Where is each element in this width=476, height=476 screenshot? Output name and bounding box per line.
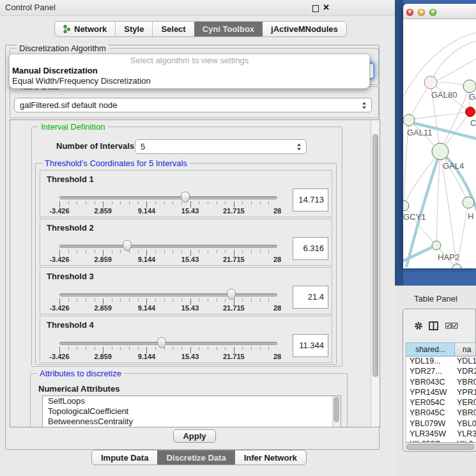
zoom-traffic-light[interactable] <box>429 9 436 16</box>
threshold-slider-track[interactable] <box>59 293 277 296</box>
cyni-toolbox-panel: Discretization Algorithm Table Data galF… <box>5 45 380 450</box>
num-intervals-value: 5 <box>141 142 145 151</box>
node-gal80 <box>424 76 437 89</box>
table-row[interactable]: YPR145WYPR1 <box>406 388 476 398</box>
node-label: GA <box>469 92 476 102</box>
tab-cyni-toolbox[interactable]: Cyni Toolbox <box>194 22 263 36</box>
threshold-frame: Threshold 3 -3.426 2.859 9.144 15.43 21.… <box>40 267 332 314</box>
table-data-group: Table Data galFiltered.sif default node <box>10 86 379 118</box>
apply-button[interactable]: Apply <box>173 429 216 443</box>
float-icon[interactable] <box>312 5 319 12</box>
table-panel-box: shared... na YDL19...YDL1 YDR27...YDR2 Y… <box>403 309 476 452</box>
table-row[interactable]: YER054CYER0 <box>406 398 476 408</box>
combo-arrows-icon <box>362 102 366 109</box>
tab-style[interactable]: Style <box>115 22 152 36</box>
tab-select[interactable]: Select <box>152 22 194 36</box>
slider-scale: -3.426 2.859 9.144 15.43 21.715 28 <box>59 207 277 215</box>
table-data-combobox[interactable]: galFiltered.sif default node <box>14 98 372 112</box>
network-canvas[interactable]: GAL80 GA GAL11 GAL4 GCY1 HAP2 C H <box>403 19 476 268</box>
node-hap2 <box>432 241 441 250</box>
node-label: GAL11 <box>407 128 433 137</box>
threshold-frame: Threshold 2 -3.426 2.859 9.144 15.43 21.… <box>40 219 332 266</box>
num-intervals-label: Number of Intervals <box>56 141 134 151</box>
dropdown-prompt[interactable]: Select algorithm to view settings <box>10 56 369 66</box>
node-label: C <box>470 118 476 128</box>
threshold-slider-track[interactable] <box>59 342 277 345</box>
threshold-label: Threshold 4 <box>47 320 94 330</box>
table-header-row: shared... na <box>406 342 476 357</box>
bottom-tabs: Impute Data Discretize Data Infer Networ… <box>91 450 307 465</box>
interval-definition-title: Interval Definition <box>38 122 107 132</box>
list-item[interactable]: TopologicalCoefficient <box>43 406 341 417</box>
threshold-frame: Threshold 4 -3.426 2.859 9.144 15.43 21.… <box>40 316 332 363</box>
tab-discretize-data[interactable]: Discretize Data <box>157 450 234 464</box>
table-panel-region: Table Panel shared... na <box>395 286 476 476</box>
column-header-name[interactable]: na <box>455 343 475 356</box>
list-item[interactable]: SelfLoops <box>43 396 341 406</box>
threshold-value-field[interactable]: 11.344 <box>293 334 328 357</box>
threshold-value-field[interactable]: 6.316 <box>293 237 328 260</box>
threshold-frame: Threshold 1 -3.426 2.859 9.144 15.43 21.… <box>40 170 332 217</box>
thresholds-group: Threshold's Coordinates for 5 Intervals … <box>35 163 337 365</box>
close-traffic-light[interactable] <box>406 9 413 16</box>
numerical-attributes-label: Numerical Attributes <box>38 384 119 394</box>
attributes-list[interactable]: SelfLoops TopologicalCoefficient Between… <box>42 395 341 427</box>
dropdown-option-manual[interactable]: Manual Discretization <box>10 66 369 76</box>
table-body: YDL19...YDL1 YDR27...YDR2 YBR043CYBR0 YP… <box>406 357 476 442</box>
threshold-value-field[interactable]: 14.713 <box>293 188 328 211</box>
table-row[interactable]: YDR27...YDR2 <box>406 367 476 377</box>
network-window-titlebar <box>403 4 476 19</box>
split-columns-icon[interactable] <box>429 321 438 330</box>
control-panel-tabs: Network Style Select Cyni Toolbox jActiv… <box>54 21 347 37</box>
network-graph: GAL80 GA GAL11 GAL4 GCY1 HAP2 C H <box>403 19 476 268</box>
attributes-group-title: Attributes to discretize <box>37 369 124 378</box>
table-panel-title: Table Panel <box>414 294 457 303</box>
threshold-label: Threshold 1 <box>47 174 94 184</box>
table-row[interactable]: YBL079WYBL0 <box>406 419 476 429</box>
node-label: GAL80 <box>431 90 457 100</box>
threshold-value-field[interactable]: 21.4 <box>293 286 328 309</box>
node-bottom <box>452 264 461 268</box>
interval-definition-group: Interval Definition Number of Intervals … <box>31 127 342 367</box>
threshold-label: Threshold 2 <box>47 223 94 233</box>
spinner-arrows-icon <box>297 143 301 150</box>
scrollbar-thumb[interactable] <box>372 134 378 377</box>
thresholds-group-title: Threshold's Coordinates for 5 Intervals <box>42 158 190 168</box>
threshold-slider-track[interactable] <box>59 196 277 199</box>
table-horizontal-scrollbar[interactable] <box>406 442 476 450</box>
slider-scale: -3.426 2.859 9.144 15.43 21.715 28 <box>59 353 277 361</box>
threshold-slider-track[interactable] <box>59 245 277 248</box>
settings-scrollbar[interactable] <box>371 120 380 427</box>
dropdown-option-equal-width[interactable]: Equal Width/Frequency Discretization <box>10 76 369 86</box>
tab-network[interactable]: Network <box>55 22 115 36</box>
node-top-right <box>463 80 476 93</box>
column-header-shared-name[interactable]: shared... <box>406 343 455 356</box>
tab-jactivemnodules[interactable]: jActiveMNodules <box>263 22 346 36</box>
table-row[interactable]: YLR345WYLR3 <box>406 429 476 440</box>
node-gal11 <box>403 114 415 126</box>
table-row[interactable]: YDL19...YDL1 <box>406 357 476 367</box>
minimize-traffic-light[interactable] <box>418 9 425 16</box>
list-scrollbar[interactable] <box>332 396 341 427</box>
node-label: GCY1 <box>403 212 426 222</box>
gear-icon[interactable] <box>414 321 423 330</box>
threshold-label: Threshold 3 <box>47 272 94 281</box>
checkbox-columns-icon[interactable] <box>445 323 458 329</box>
list-item[interactable]: BetweennessCentrality <box>43 417 341 427</box>
slider-scale: -3.426 2.859 9.144 15.43 21.715 28 <box>59 304 277 312</box>
scrollbar-thumb[interactable] <box>406 444 474 450</box>
num-intervals-spinner[interactable]: 5 <box>135 139 307 154</box>
close-icon[interactable]: ✕ <box>323 3 330 12</box>
node-attribute-table: shared... na YDL19...YDL1 YDR27...YDR2 Y… <box>406 342 476 442</box>
table-row[interactable]: YBR043CYBR0 <box>406 378 476 388</box>
table-row[interactable]: YBR045CYBR0 <box>406 408 476 418</box>
tab-infer-network[interactable]: Infer Network <box>235 450 306 464</box>
settings-scroll-panel: Interval Definition Number of Intervals … <box>10 119 380 427</box>
node-label: HAP2 <box>438 252 459 262</box>
network-icon <box>63 25 70 33</box>
app-window: Control Panel ✕ Network Style Select Cyn… <box>0 0 476 476</box>
node-selected-red <box>466 107 475 117</box>
tab-impute-data[interactable]: Impute Data <box>92 450 157 464</box>
node-gcy1 <box>403 201 409 211</box>
network-view-border <box>395 0 403 286</box>
